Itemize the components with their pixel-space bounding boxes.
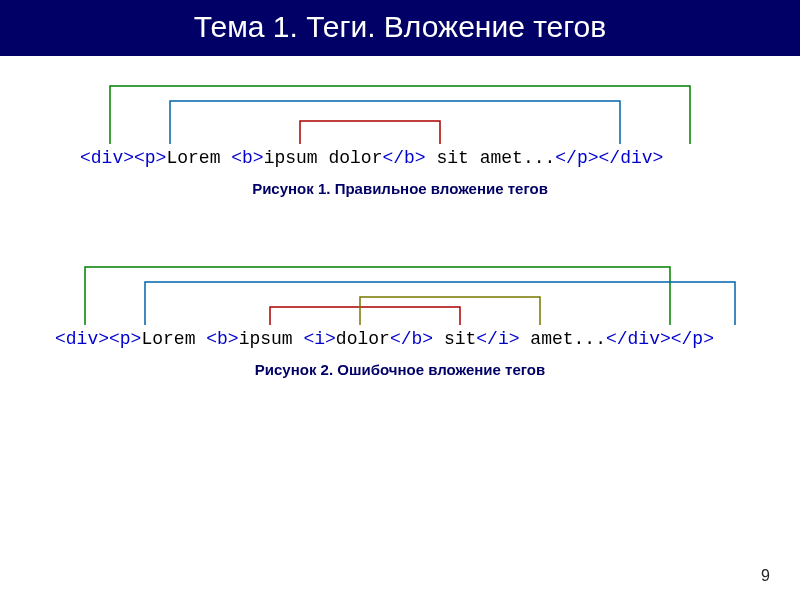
- nesting-brackets-fig1: [40, 76, 760, 146]
- tag-div-close: </div>: [606, 329, 671, 349]
- page-number: 9: [761, 567, 770, 585]
- slide-title: Тема 1. Теги. Вложение тегов: [0, 0, 800, 56]
- tag-b-close: </b>: [382, 148, 425, 168]
- tag-b-open: <b>: [231, 148, 263, 168]
- tag-p-close: </p>: [671, 329, 714, 349]
- text-sit: sit: [433, 329, 476, 349]
- code-line-1: <div><p>Lorem <b>ipsum dolor</b> sit ame…: [80, 146, 760, 170]
- tag-div-open: <div>: [80, 148, 134, 168]
- tag-div-close: </div>: [599, 148, 664, 168]
- tag-div-open: <div>: [55, 329, 109, 349]
- figure-2: <div><p>Lorem <b>ipsum <i>dolor</b> sit<…: [40, 327, 760, 378]
- figure-1-caption: Рисунок 1. Правильное вложение тегов: [40, 180, 760, 197]
- code-line-2: <div><p>Lorem <b>ipsum <i>dolor</b> sit<…: [55, 327, 760, 351]
- figure-1: <div><p>Lorem <b>ipsum dolor</b> sit ame…: [40, 146, 760, 197]
- text-lorem: Lorem: [141, 329, 206, 349]
- figure-2-caption: Рисунок 2. Ошибочное вложение тегов: [40, 361, 760, 378]
- text-lorem: Lorem: [166, 148, 231, 168]
- text-dolor: dolor: [336, 329, 390, 349]
- text-sit-amet: sit amet...: [426, 148, 556, 168]
- text-amet: amet...: [520, 329, 606, 349]
- tag-i-open: <i>: [303, 329, 335, 349]
- tag-p-close: </p>: [555, 148, 598, 168]
- tag-p-open: <p>: [134, 148, 166, 168]
- text-ipsum-dolor: ipsum dolor: [264, 148, 383, 168]
- tag-b-close: </b>: [390, 329, 433, 349]
- text-ipsum: ipsum: [239, 329, 304, 349]
- tag-p-open: <p>: [109, 329, 141, 349]
- tag-i-close: </i>: [476, 329, 519, 349]
- nesting-brackets-fig2: [40, 257, 760, 327]
- tag-b-open: <b>: [206, 329, 238, 349]
